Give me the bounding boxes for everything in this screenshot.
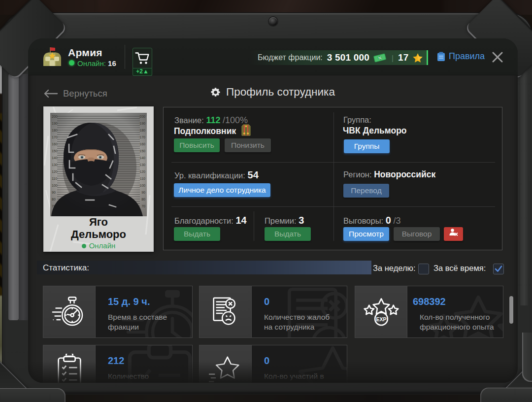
svg-text:EXP: EXP [376,317,386,322]
